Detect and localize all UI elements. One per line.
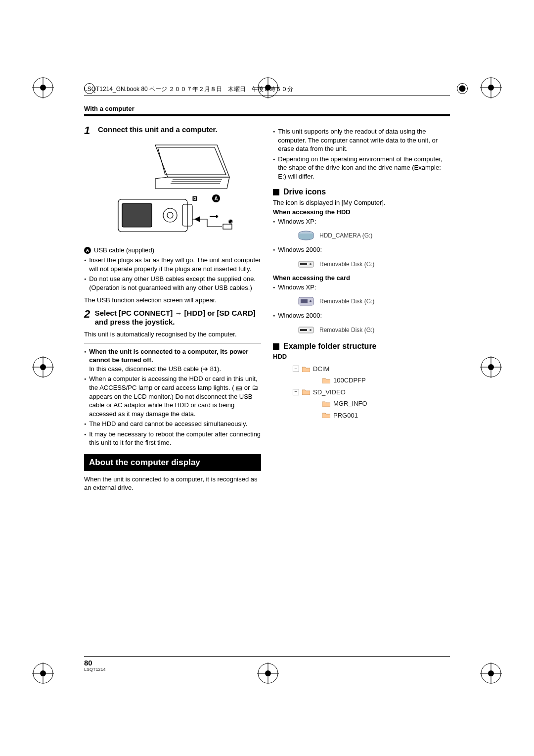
step-2-number: 2: [84, 309, 91, 320]
page-number: 80: [84, 659, 450, 667]
page-header: LSQT1214_GN.book 80 ページ ２００７年２月８日 木曜日 午後…: [84, 85, 450, 95]
list-item: Do not use any other USB cables except t…: [84, 275, 261, 292]
list-item: When a computer is accessing the HDD or …: [84, 375, 261, 418]
tree-collapse-icon: −: [293, 366, 299, 372]
page-footer: 80 LSQT1214: [84, 656, 450, 672]
list-item: Windows 2000:: [273, 245, 450, 254]
svg-text:⊡: ⊡: [192, 195, 197, 202]
folder-tree: − DCIM 100CDPFP − SD_VIDEO: [293, 363, 450, 421]
svg-rect-49: [300, 263, 307, 265]
svg-point-56: [310, 329, 312, 331]
square-bullet-icon: [273, 189, 279, 195]
doc-id: LSQT1214: [84, 667, 450, 672]
hdd-heading: When accessing the HDD: [273, 208, 450, 216]
svg-text:A: A: [214, 196, 218, 201]
step-1-title: Connect this unit and a computer.: [98, 125, 218, 135]
drive-2k-card: Removable Disk (G:): [298, 325, 450, 335]
step1-notes: Insert the plugs as far as they will go.…: [84, 256, 261, 292]
card-heading: When accessing the card: [273, 274, 450, 282]
sub1-text: The icon is displayed in [My Computer].: [273, 198, 450, 207]
folder-icon: [322, 412, 330, 418]
step-2-title: Select [PC CONNECT] → [HDD] or [SD CARD]…: [95, 309, 261, 328]
caption-a-text: USB cable (supplied): [94, 246, 154, 254]
svg-rect-36: [122, 203, 152, 227]
drive-2k-hdd: Removable Disk (G:): [298, 259, 450, 269]
svg-point-37: [163, 208, 177, 222]
folder-icon: [302, 366, 310, 372]
divider: [84, 114, 450, 116]
banner-subtext: When the unit is connected to a computer…: [84, 475, 261, 492]
hdd-icon: [298, 231, 314, 240]
folder-icon: [322, 378, 330, 383]
right-top-notes: This unit supports only the readout of d…: [273, 127, 450, 181]
drive-xp-hdd: HDD_CAMERA (G:): [298, 231, 450, 240]
svg-text:⟶: ⟶: [210, 213, 218, 220]
tree-collapse-icon: −: [293, 389, 299, 395]
right-column: This unit supports only the readout of d…: [273, 125, 450, 496]
drive-xp-card: Removable Disk (G:): [298, 296, 450, 306]
connection-illustration: ⊡ A ⟶ ⎚: [108, 140, 237, 240]
svg-rect-45: [223, 224, 232, 229]
note1: The USB function selection screen will a…: [84, 296, 261, 305]
svg-rect-55: [300, 329, 307, 331]
list-item: Depending on the operating environment o…: [273, 155, 450, 181]
list-item: It may be necessary to reboot the comput…: [84, 430, 261, 447]
svg-point-50: [310, 263, 312, 265]
folder-icon: [302, 389, 310, 395]
label-a-icon: A: [84, 247, 91, 254]
crop-mark-icon: [32, 77, 54, 98]
list-item: The HDD and card cannot be accessed simu…: [84, 420, 261, 428]
svg-marker-43: [195, 217, 200, 222]
svg-text:⎚: ⎚: [229, 218, 232, 224]
caption-a: A USB cable (supplied): [84, 246, 261, 254]
folder-icon: [322, 401, 330, 407]
hdd-label: HDD: [273, 353, 450, 360]
step-1-number: 1: [84, 125, 94, 136]
svg-point-38: [167, 212, 173, 218]
crop-mark-icon: [480, 356, 502, 378]
square-bullet-icon: [273, 343, 279, 350]
list-item: When the unit is connected to a computer…: [84, 347, 261, 374]
section-label: With a computer: [84, 105, 450, 112]
crop-mark-icon: [480, 77, 502, 98]
crop-mark-icon: [32, 662, 54, 684]
step2-notes: When the unit is connected to a computer…: [84, 347, 261, 447]
removable-disk-icon: [298, 259, 314, 269]
note2: This unit is automatically recognised by…: [84, 330, 261, 339]
list-item: Windows XP:: [273, 283, 450, 292]
divider: [84, 343, 261, 343]
removable-disk-icon: [298, 296, 314, 306]
list-item: Windows XP:: [273, 217, 450, 226]
left-column: 1 Connect this unit and a computer.: [84, 125, 261, 496]
list-item: This unit supports only the readout of d…: [273, 127, 450, 153]
crop-mark-icon: [480, 662, 502, 684]
banner-about-display: About the computer display: [84, 454, 261, 471]
subhead-folder-structure: Example folder structure: [273, 342, 450, 351]
crop-mark-icon: [32, 356, 54, 378]
list-item: Windows 2000:: [273, 311, 450, 320]
list-item: Insert the plugs as far as they will go.…: [84, 256, 261, 273]
removable-disk-icon: [298, 325, 314, 335]
svg-rect-52: [301, 299, 308, 303]
subhead-drive-icons: Drive icons: [273, 188, 450, 196]
svg-point-53: [310, 300, 312, 302]
